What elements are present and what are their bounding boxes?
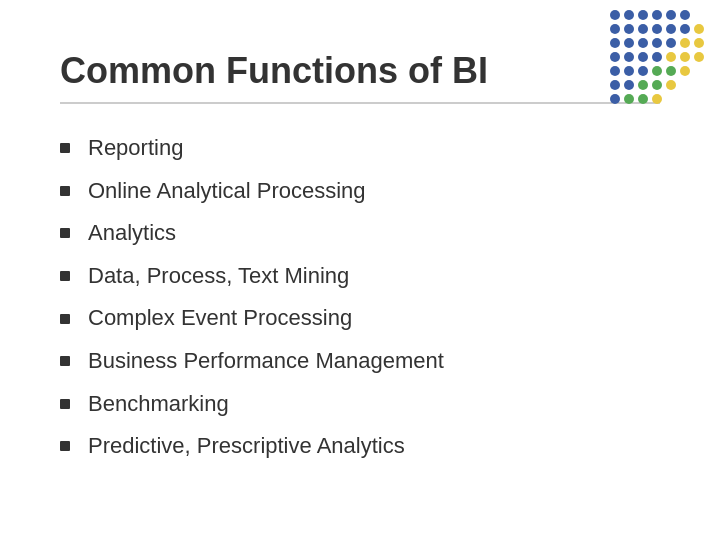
dot-cell bbox=[638, 94, 648, 104]
bullet-icon bbox=[60, 271, 70, 281]
dot-cell bbox=[624, 94, 634, 104]
list-item: Complex Event Processing bbox=[60, 304, 660, 333]
list-item-text: Data, Process, Text Mining bbox=[88, 262, 349, 291]
dot-cell bbox=[666, 66, 676, 76]
dot-cell bbox=[666, 52, 676, 62]
dot-cell bbox=[652, 80, 662, 90]
dot-cell bbox=[610, 24, 620, 34]
dot-cell bbox=[680, 66, 690, 76]
list-item-text: Benchmarking bbox=[88, 390, 229, 419]
dot-cell bbox=[638, 66, 648, 76]
dot-cell bbox=[680, 80, 690, 90]
dot-cell bbox=[694, 94, 704, 104]
bullet-icon bbox=[60, 314, 70, 324]
title-section: Common Functions of BI bbox=[60, 50, 660, 104]
dot-cell bbox=[638, 24, 648, 34]
list-item-text: Complex Event Processing bbox=[88, 304, 352, 333]
dot-cell bbox=[610, 66, 620, 76]
dot-cell bbox=[666, 24, 676, 34]
dot-cell bbox=[694, 80, 704, 90]
bullet-icon bbox=[60, 143, 70, 153]
list-item-text: Reporting bbox=[88, 134, 183, 163]
dot-cell bbox=[666, 10, 676, 20]
dot-cell bbox=[666, 94, 676, 104]
dot-cell bbox=[610, 10, 620, 20]
dot-cell bbox=[624, 66, 634, 76]
dot-cell bbox=[652, 38, 662, 48]
dot-cell bbox=[652, 52, 662, 62]
slide: Common Functions of BI ReportingOnline A… bbox=[0, 0, 720, 540]
dot-cell bbox=[680, 24, 690, 34]
list-item: Analytics bbox=[60, 219, 660, 248]
list-item-text: Business Performance Management bbox=[88, 347, 444, 376]
dot-cell bbox=[624, 52, 634, 62]
bullet-icon bbox=[60, 441, 70, 451]
dot-cell bbox=[694, 38, 704, 48]
dot-cell bbox=[638, 80, 648, 90]
dot-cell bbox=[680, 94, 690, 104]
dot-cell bbox=[666, 38, 676, 48]
bullet-icon bbox=[60, 399, 70, 409]
dot-cell bbox=[666, 80, 676, 90]
dot-cell bbox=[624, 38, 634, 48]
list-item-text: Online Analytical Processing bbox=[88, 177, 366, 206]
dot-cell bbox=[638, 10, 648, 20]
dot-cell bbox=[652, 66, 662, 76]
dot-cell bbox=[680, 52, 690, 62]
bullet-icon bbox=[60, 356, 70, 366]
dot-cell bbox=[694, 52, 704, 62]
dot-cell bbox=[652, 94, 662, 104]
dot-cell bbox=[624, 24, 634, 34]
dot-cell bbox=[638, 38, 648, 48]
dot-cell bbox=[610, 94, 620, 104]
list-item-text: Analytics bbox=[88, 219, 176, 248]
dot-cell bbox=[680, 10, 690, 20]
dot-cell bbox=[694, 10, 704, 20]
list-item: Predictive, Prescriptive Analytics bbox=[60, 432, 660, 461]
list-item: Business Performance Management bbox=[60, 347, 660, 376]
content-list: ReportingOnline Analytical ProcessingAna… bbox=[60, 134, 660, 461]
decorative-dot-grid bbox=[610, 10, 705, 105]
bullet-icon bbox=[60, 186, 70, 196]
dot-cell bbox=[652, 10, 662, 20]
dot-cell bbox=[624, 10, 634, 20]
dot-cell bbox=[680, 38, 690, 48]
dot-cell bbox=[652, 24, 662, 34]
dot-cell bbox=[610, 38, 620, 48]
list-item: Reporting bbox=[60, 134, 660, 163]
slide-title: Common Functions of BI bbox=[60, 50, 660, 104]
list-item: Data, Process, Text Mining bbox=[60, 262, 660, 291]
dot-cell bbox=[694, 66, 704, 76]
dot-cell bbox=[624, 80, 634, 90]
list-item: Online Analytical Processing bbox=[60, 177, 660, 206]
bullet-icon bbox=[60, 228, 70, 238]
dot-cell bbox=[694, 24, 704, 34]
list-item: Benchmarking bbox=[60, 390, 660, 419]
list-item-text: Predictive, Prescriptive Analytics bbox=[88, 432, 405, 461]
dot-cell bbox=[610, 80, 620, 90]
dot-cell bbox=[638, 52, 648, 62]
dot-cell bbox=[610, 52, 620, 62]
